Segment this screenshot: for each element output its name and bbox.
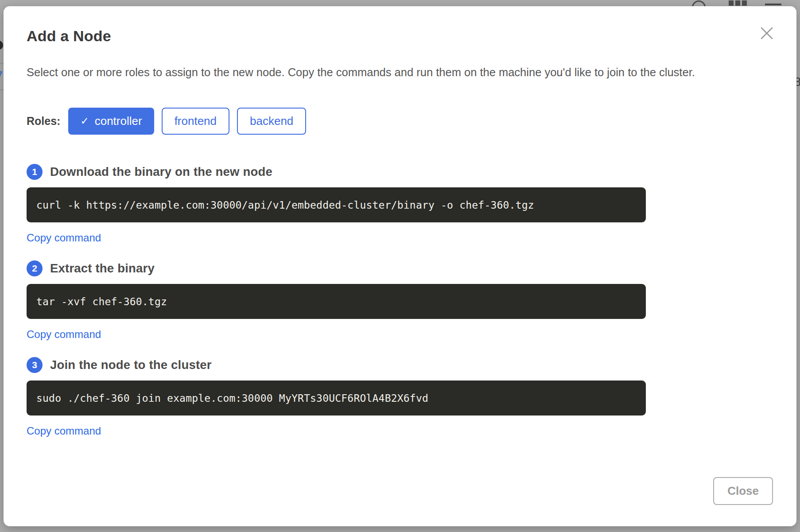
dialog-title: Add a Node (27, 27, 773, 45)
close-button[interactable]: Close (713, 477, 773, 505)
copy-command-link[interactable]: Copy command (27, 232, 101, 244)
role-button-backend[interactable]: backend (237, 108, 306, 135)
step-title: Download the binary on the new node (50, 165, 272, 179)
role-button-controller[interactable]: ✓ controller (68, 108, 154, 135)
step-number-badge: 2 (27, 260, 43, 276)
close-icon[interactable] (759, 26, 774, 41)
command-code-block: curl -k https://example.com:30000/api/v1… (27, 187, 646, 222)
command-text: curl -k https://example.com:30000/api/v1… (36, 199, 534, 211)
check-icon: ✓ (80, 116, 89, 126)
step-number-badge: 1 (27, 164, 43, 180)
role-button-label: backend (250, 114, 293, 128)
role-button-frontend[interactable]: frontend (162, 108, 229, 135)
step-heading: 1 Download the binary on the new node (27, 164, 773, 180)
role-button-label: controller (95, 114, 142, 128)
dialog-description: Select one or more roles to assign to th… (27, 62, 765, 83)
app-grid-icon (729, 0, 747, 6)
hamburger-menu-icon (765, 4, 781, 5)
background-glyph (0, 41, 3, 50)
background-link-text: 7 (0, 69, 3, 80)
step-number-badge: 3 (27, 357, 43, 373)
roles-row: Roles: ✓ controller frontend backend (27, 108, 773, 135)
command-text: tar -xvf chef-360.tgz (36, 296, 167, 307)
background-divider (0, 89, 4, 90)
copy-command-link[interactable]: Copy command (27, 328, 101, 341)
step-title: Extract the binary (50, 261, 155, 276)
command-text: sudo ./chef-360 join example.com:30000 M… (36, 392, 428, 404)
step-heading: 3 Join the node to the cluster (27, 357, 773, 373)
add-node-dialog: Add a Node Select one or more roles to a… (4, 6, 796, 526)
step-title: Join the node to the cluster (50, 358, 212, 372)
background-divider (0, 63, 4, 64)
step-heading: 2 Extract the binary (27, 260, 773, 276)
roles-label: Roles: (27, 115, 60, 128)
copy-command-link[interactable]: Copy command (27, 425, 101, 437)
command-code-block: sudo ./chef-360 join example.com:30000 M… (27, 381, 646, 416)
command-code-block: tar -xvf chef-360.tgz (27, 284, 646, 319)
role-button-label: frontend (175, 114, 217, 128)
